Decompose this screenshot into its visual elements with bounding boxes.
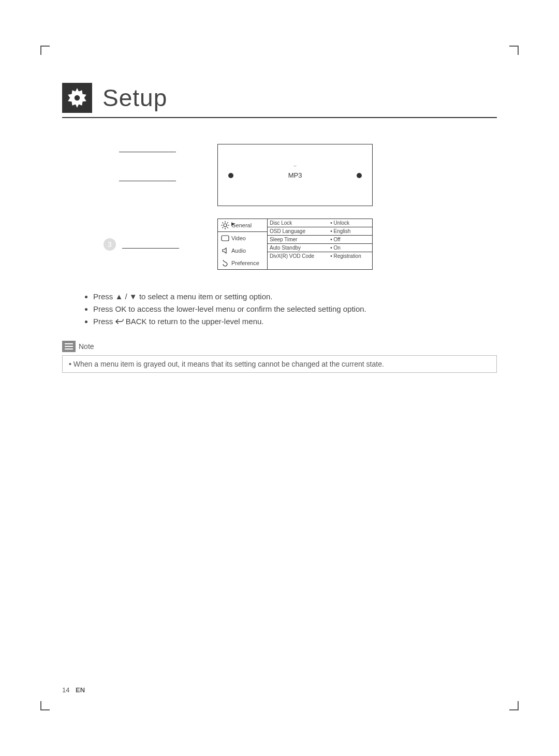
diagram-area: 3 ·· MP3 ▶ Ge xyxy=(62,144,497,270)
device-label: MP3 xyxy=(288,171,302,179)
crop-mark-br xyxy=(509,701,519,710)
right-column: ·· MP3 ▶ General xyxy=(217,144,373,270)
menu-row: Disc Lock• Unlock xyxy=(268,219,372,227)
menu-items: Disc Lock• Unlock OSD Language• English … xyxy=(268,219,372,269)
tab-label: Preference xyxy=(231,260,259,266)
crop-mark-tr xyxy=(509,46,519,55)
step-row: 3 xyxy=(104,238,197,251)
note-body: • When a menu item is grayed out, it mea… xyxy=(62,355,497,373)
device-dot-left xyxy=(228,173,233,178)
setup-menu-box: ▶ General Video Audio Preference xyxy=(217,219,373,270)
menu-row: Auto Standby• On xyxy=(268,244,372,252)
page-content: Setup 3 ·· MP3 xyxy=(62,83,497,673)
audio-icon xyxy=(221,246,229,255)
tab-audio: Audio xyxy=(218,244,267,257)
instructions: Press ▲ / ▼ to select a menu item or set… xyxy=(83,290,497,328)
tab-label: Audio xyxy=(231,248,246,254)
menu-tabs: ▶ General Video Audio Preference xyxy=(218,219,268,269)
note-header-text: Note xyxy=(79,342,94,351)
svg-point-2 xyxy=(224,224,227,227)
tab-video: Video xyxy=(218,232,267,244)
device-dot-right xyxy=(357,173,362,178)
tab-label: Video xyxy=(231,235,246,241)
gear-icon xyxy=(62,83,92,113)
tab-preference: Preference xyxy=(218,257,267,269)
gear-small-icon xyxy=(221,221,229,229)
page-lang: EN xyxy=(76,686,85,694)
back-arrow-icon xyxy=(115,316,124,328)
remote-block-2 xyxy=(119,173,176,181)
device-box: ·· MP3 xyxy=(217,144,373,206)
remote-block-1 xyxy=(119,144,176,152)
video-icon xyxy=(221,234,229,242)
page-number: 14 xyxy=(62,686,69,694)
title-bar: Setup xyxy=(62,83,497,118)
instruction-line: Press ▲ / ▼ to select a menu item or set… xyxy=(93,290,497,303)
menu-row: Sleep Timer• Off xyxy=(268,236,372,244)
note-icon xyxy=(62,341,76,352)
tab-general: ▶ General xyxy=(218,219,267,232)
menu-row: OSD Language• English xyxy=(268,227,372,236)
preference-icon xyxy=(221,259,229,267)
tab-select-arrow-icon: ▶ xyxy=(231,221,235,226)
remote-block-3 xyxy=(122,240,179,249)
crop-mark-bl xyxy=(40,701,50,710)
crop-mark-tl xyxy=(40,46,50,55)
step-badge: 3 xyxy=(104,238,116,251)
page-title: Setup xyxy=(102,84,167,112)
page-footer: 14 EN xyxy=(62,686,85,694)
svg-point-1 xyxy=(75,95,80,101)
instruction-line: Press OK to access the lower-level menu … xyxy=(93,303,497,315)
svg-rect-3 xyxy=(222,236,229,241)
note-header: Note xyxy=(62,341,497,352)
menu-row: DivX(R) VOD Code• Registration xyxy=(268,252,372,260)
instruction-line: Press BACK to return to the upper-level … xyxy=(93,315,497,328)
device-tiny: ·· xyxy=(293,163,297,169)
remote-column: 3 xyxy=(62,144,197,251)
note-box: Note • When a menu item is grayed out, i… xyxy=(62,341,497,373)
